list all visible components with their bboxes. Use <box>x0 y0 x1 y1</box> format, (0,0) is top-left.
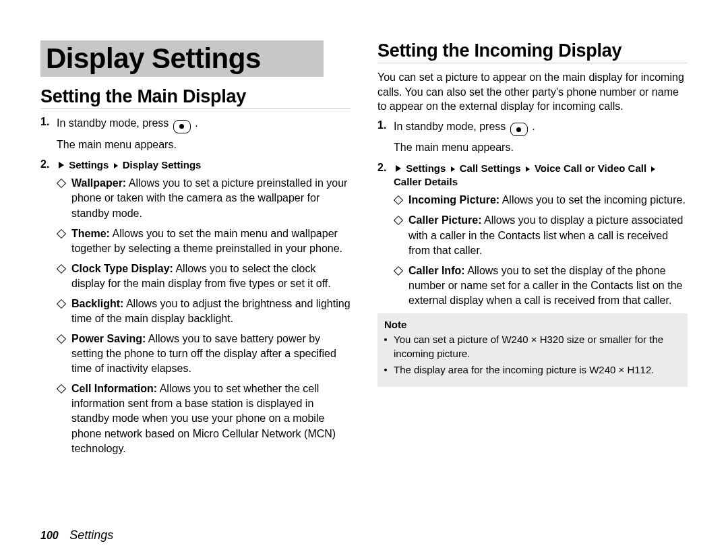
note-title: Note <box>384 319 681 330</box>
option-label: Backlight: <box>71 298 123 309</box>
text: . <box>532 121 535 132</box>
list-item: Caller Picture: Allows you to display a … <box>395 213 688 257</box>
text: In standby mode, press <box>394 121 509 132</box>
right-column: Setting the Incoming Display You can set… <box>377 40 688 462</box>
list-item: Caller Info: Allows you to set the displ… <box>395 263 688 308</box>
right-step-2: 2. Settings Call Settings Voice Call or … <box>377 162 688 189</box>
nav-settings: Settings <box>69 159 109 170</box>
left-step-1: 1. In standby mode, press . <box>40 116 351 133</box>
text: In standby mode, press <box>57 117 172 129</box>
right-step-1: 1. In standby mode, press . <box>377 119 688 137</box>
triangle-icon <box>114 163 118 168</box>
center-key-icon <box>510 123 528 136</box>
triangle-icon <box>59 162 64 168</box>
text: . <box>195 117 198 129</box>
nav-path: Settings Call Settings Voice Call or Vid… <box>394 162 657 189</box>
nav-or: or <box>582 162 598 174</box>
step-number: 2. <box>377 162 390 189</box>
step-number: 1. <box>377 119 390 137</box>
right-step-1-sub: The main menu appears. <box>394 140 688 155</box>
left-step-1-sub: The main menu appears. <box>57 137 351 152</box>
page-number: 100 <box>40 530 59 541</box>
option-label: Incoming Picture: <box>408 194 499 206</box>
option-text: Allows you to set the incoming picture. <box>499 194 686 206</box>
option-label: Theme: <box>71 228 110 239</box>
option-label: Clock Type Display: <box>71 263 173 274</box>
nav-path: Settings Display Settings <box>57 158 201 172</box>
nav-video-call: Video Call <box>598 162 646 174</box>
section-incoming-display-title: Setting the Incoming Display <box>377 40 688 63</box>
option-label: Cell Information: <box>71 383 157 394</box>
note-list: You can set a picture of W240 × H320 siz… <box>384 333 681 377</box>
triangle-icon <box>396 165 401 172</box>
triangle-icon <box>526 166 530 172</box>
nav-settings: Settings <box>406 162 446 174</box>
step-body: In standby mode, press . <box>57 116 198 133</box>
list-item: Power Saving: Allows you to save battery… <box>58 332 351 376</box>
list-item: Incoming Picture: Allows you to set the … <box>395 193 688 208</box>
option-label: Power Saving: <box>71 333 146 344</box>
left-option-list: Wallpaper: Allows you to set a picture p… <box>58 176 351 456</box>
step-number: 1. <box>40 116 53 133</box>
note-item: You can set a picture of W240 × H320 siz… <box>384 333 681 361</box>
option-text: Allows you to set the main menu and wall… <box>71 228 342 254</box>
section-main-display-title: Setting the Main Display <box>40 86 351 109</box>
nav-call-settings: Call Settings <box>460 162 521 174</box>
intro-paragraph: You can set a picture to appear on the m… <box>377 70 688 114</box>
list-item: Backlight: Allows you to adjust the brig… <box>58 297 351 326</box>
step-body: In standby mode, press . <box>394 119 535 137</box>
triangle-icon <box>451 166 455 172</box>
nav-voice-call: Voice Call <box>535 162 582 174</box>
nav-display-settings: Display Settings <box>123 159 202 170</box>
left-column: Display Settings Setting the Main Displa… <box>40 40 351 462</box>
center-key-icon <box>173 120 191 133</box>
option-label: Wallpaper: <box>71 177 126 189</box>
list-item: Wallpaper: Allows you to set a picture p… <box>58 176 351 220</box>
option-label: Caller Picture: <box>408 214 481 226</box>
page-footer: 100 Settings <box>40 528 113 542</box>
note-item: The display area for the incoming pictur… <box>384 363 681 377</box>
step-number: 2. <box>40 158 53 172</box>
nav-caller-details: Caller Details <box>394 176 458 187</box>
note-box: Note You can set a picture of W240 × H32… <box>377 313 688 387</box>
chapter-title: Display Settings <box>40 40 324 77</box>
triangle-icon <box>651 166 655 172</box>
left-step-2: 2. Settings Display Settings <box>40 158 351 172</box>
list-item: Cell Information: Allows you to set whet… <box>58 381 351 456</box>
two-column-layout: Display Settings Setting the Main Displa… <box>40 40 688 462</box>
option-label: Caller Info: <box>408 265 465 276</box>
footer-section: Settings <box>69 528 113 542</box>
list-item: Theme: Allows you to set the main menu a… <box>58 226 351 256</box>
list-item: Clock Type Display: Allows you to select… <box>58 261 351 291</box>
page: Display Settings Setting the Main Displa… <box>0 0 728 560</box>
right-option-list: Incoming Picture: Allows you to set the … <box>395 193 688 308</box>
